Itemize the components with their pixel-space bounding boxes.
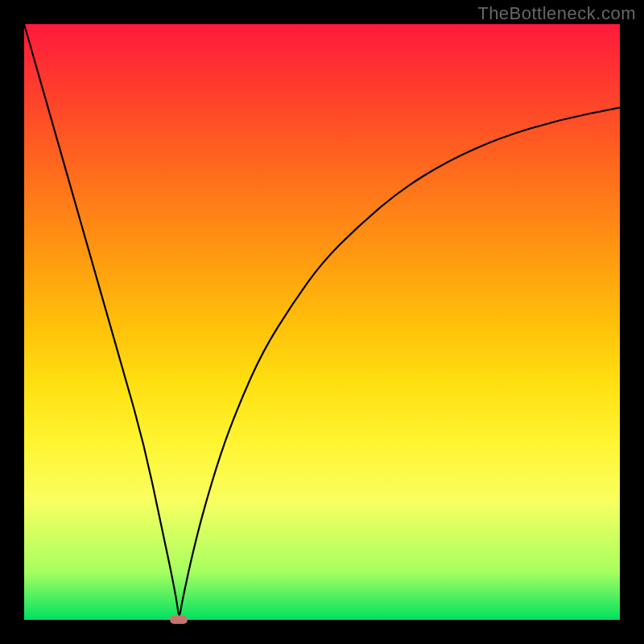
watermark-text: TheBottleneck.com xyxy=(477,3,636,24)
plot-area xyxy=(24,24,620,620)
min-marker xyxy=(170,616,188,624)
chart-frame: TheBottleneck.com xyxy=(0,0,644,644)
curve-svg xyxy=(24,24,620,620)
series-curve xyxy=(24,24,620,615)
